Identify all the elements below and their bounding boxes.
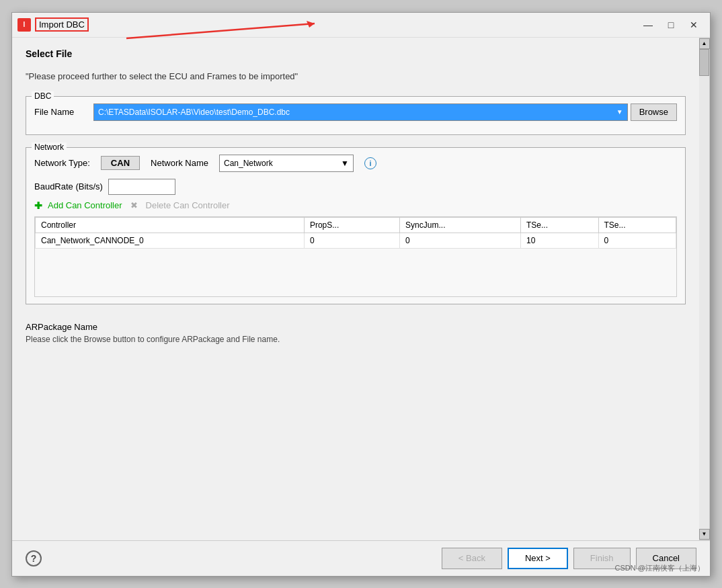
main-content: Select File "Please proceed further to s… [26,48,686,530]
scroll-down-button[interactable]: ▼ [699,529,710,540]
app-icon: I [17,18,31,32]
watermark: CSDN @江南侠客（上海） [615,563,705,573]
table-cell: Can_Network_CANNODE_0 [36,233,305,248]
dialog-title: Import DBC [35,17,89,32]
network-group: Network Network Type: CAN Network Name C… [26,147,686,304]
arpackage-section: ARPackage Name Please click the Browse b… [26,322,686,344]
network-type-badge: CAN [101,156,140,170]
col-controller: Controller [36,217,305,233]
scrollbar-track [699,49,709,529]
next-button[interactable]: Next > [508,548,568,569]
dialog-content: Select File "Please proceed further to s… [12,38,699,540]
svg-marker-1 [307,21,315,28]
network-name-combo[interactable]: Can_Network ▼ [219,155,354,172]
table-cell: 0 [400,233,521,248]
svg-line-0 [126,24,315,38]
back-button[interactable]: < Back [442,548,502,569]
dbc-legend: DBC [32,91,54,101]
browse-button[interactable]: Browse [631,103,677,121]
close-button[interactable]: ✕ [683,17,705,33]
scroll-up-button[interactable]: ▲ [699,38,710,49]
network-name-arrow-icon: ▼ [341,159,349,168]
dbc-group: DBC File Name C:\ETASData\ISOLAR-AB\Vide… [26,96,686,135]
combo-arrow-icon: ▼ [616,108,623,116]
network-type-row: Network Type: CAN Network Name Can_Netwo… [34,155,677,172]
network-name-value: Can_Network [224,159,273,168]
content-scroll-area: Select File "Please proceed further to s… [12,38,710,540]
delete-can-controller-link[interactable]: Delete Can Controller [146,200,230,210]
maximize-button[interactable]: □ [660,17,682,33]
network-name-label: Network Name [151,158,208,168]
subtitle-text: "Please proceed further to select the EC… [26,71,686,81]
minimize-button[interactable]: — [637,17,659,33]
dialog-footer: ? < Back Next > Finish Cancel [12,540,710,576]
table-cell: 0 [598,233,676,248]
table-row[interactable]: Can_Network_CANNODE_000100 [36,233,676,248]
file-path-combo[interactable]: C:\ETASData\ISOLAR-AB\Video\test\Demo_DB… [93,103,628,121]
file-name-row: File Name C:\ETASData\ISOLAR-AB\Video\te… [34,103,677,121]
col-tse2: TSe... [598,217,676,233]
add-icon: ✚ [34,200,42,211]
col-syncjum: SyncJum... [400,217,521,233]
baud-rate-label: BaudRate (Bits/s) [34,181,103,192]
arpackage-title: ARPackage Name [26,322,686,332]
network-type-label: Network Type: [34,158,90,168]
file-name-label: File Name [34,107,88,117]
scrollbar-thumb[interactable] [699,49,709,76]
baud-rate-row: BaudRate (Bits/s) [34,179,677,195]
table-header-row: Controller PropS... SyncJum... TSe... TS… [36,217,676,233]
file-path-value: C:\ETASData\ISOLAR-AB\Video\test\Demo_DB… [98,108,290,117]
baud-rate-input[interactable] [108,179,175,195]
controller-table: Controller PropS... SyncJum... TSe... TS… [35,217,676,249]
file-input-wrap: C:\ETASData\ISOLAR-AB\Video\test\Demo_DB… [93,103,677,121]
help-button[interactable]: ? [26,550,42,566]
action-links: ✚ Add Can Controller ✖ Delete Can Contro… [34,200,677,211]
scrollbar[interactable]: ▲ ▼ [699,38,710,540]
controller-table-wrap: Controller PropS... SyncJum... TSe... TS… [34,216,677,297]
section-title: Select File [26,48,686,59]
window-controls: — □ ✕ [637,17,705,33]
separator: ✖ [130,200,138,210]
table-cell: 0 [304,233,399,248]
table-cell: 10 [521,233,598,248]
col-props: PropS... [304,217,399,233]
add-can-controller-link[interactable]: Add Can Controller [48,200,122,210]
title-bar: I Import DBC — □ ✕ [12,13,710,38]
network-legend: Network [32,142,67,152]
info-icon[interactable]: i [364,157,376,169]
col-tse1: TSe... [521,217,598,233]
arpackage-desc: Please click the Browse button to config… [26,335,686,344]
